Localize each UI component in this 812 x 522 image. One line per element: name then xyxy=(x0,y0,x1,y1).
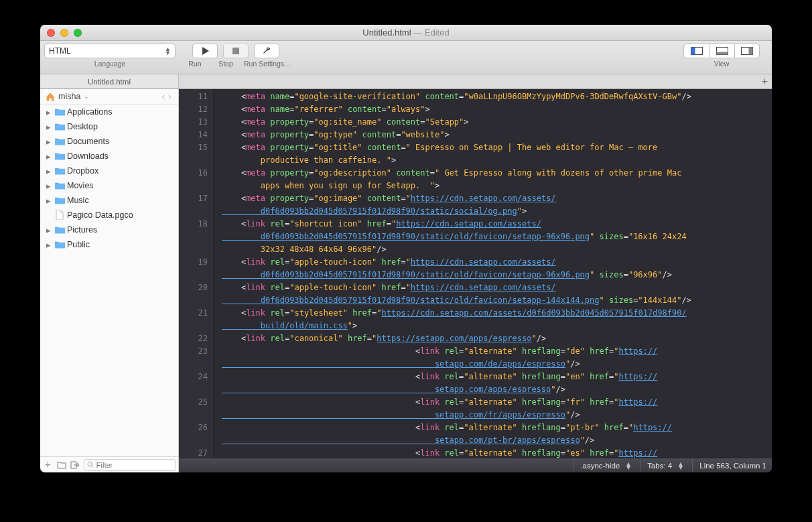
minimize-window-button[interactable] xyxy=(60,29,68,37)
disclosure-triangle-icon[interactable]: ▸ xyxy=(44,196,52,206)
filter-input[interactable] xyxy=(96,461,172,469)
run-settings-label: Run Settings... xyxy=(244,60,290,68)
add-button[interactable]: ＋ xyxy=(43,458,53,471)
sidebar-path-button[interactable]: misha ⌄ xyxy=(46,92,89,101)
editor: 1112131415161718192021222324252627 <meta… xyxy=(179,89,772,472)
disclosure-triangle-icon[interactable]: ▸ xyxy=(44,137,52,147)
titlebar: Untitled.html — Edited xyxy=(40,25,772,41)
sidebar-item-pagico-data.pgco[interactable]: Pagico Data.pgco xyxy=(40,208,178,222)
zoom-window-button[interactable] xyxy=(74,29,82,37)
search-icon xyxy=(87,461,94,468)
sidebar-item-label: Downloads xyxy=(67,151,109,161)
language-select[interactable]: HTML ▲▼ xyxy=(44,44,176,58)
disclosure-triangle-icon[interactable]: ▸ xyxy=(44,122,52,132)
folder-icon xyxy=(54,239,65,250)
new-folder-icon[interactable] xyxy=(57,461,66,469)
svg-rect-2 xyxy=(691,48,695,55)
new-tab-button[interactable]: + xyxy=(762,76,768,88)
panel-left-icon xyxy=(691,47,703,55)
sidebar-item-music[interactable]: ▸Music xyxy=(40,193,178,208)
filter-field[interactable] xyxy=(84,459,176,471)
language-label: Language xyxy=(94,60,126,68)
disclosure-triangle-icon[interactable]: ▸ xyxy=(44,107,52,117)
sidebar-item-label: Pagico Data.pgco xyxy=(67,210,133,220)
nav-forward-button[interactable]: › xyxy=(167,90,173,103)
view-right-panel-button[interactable] xyxy=(734,44,760,58)
sidebar-item-documents[interactable]: ▸Documents xyxy=(40,134,178,149)
tab-untitled[interactable]: Untitled.html xyxy=(40,74,179,88)
close-window-button[interactable] xyxy=(47,29,55,37)
app-window: Untitled.html — Edited HTML ▲▼ Language xyxy=(40,25,772,472)
chevron-down-icon: ⌄ xyxy=(84,93,89,100)
sidebar-item-label: Desktop xyxy=(67,122,98,131)
view-label: View xyxy=(714,60,730,68)
stop-icon xyxy=(232,48,239,54)
sidebar-item-label: Pictures xyxy=(67,225,97,235)
gutter: 1112131415161718192021222324252627 xyxy=(179,89,214,458)
window-title: Untitled.html — Edited xyxy=(362,27,449,38)
status-cursor: Line 563, Column 1 xyxy=(692,458,766,472)
folder-icon xyxy=(54,151,65,161)
run-button[interactable] xyxy=(192,44,218,58)
play-icon xyxy=(202,47,209,55)
home-icon xyxy=(46,92,55,101)
sidebar-item-label: Public xyxy=(67,240,90,249)
status-bar: .async-hide▴▾ Tabs: 4▴▾ Line 563, Column… xyxy=(179,458,772,472)
svg-point-7 xyxy=(88,462,92,466)
sidebar-header: misha ⌄ ‹ › xyxy=(40,89,178,105)
svg-rect-4 xyxy=(716,52,728,55)
sidebar-item-public[interactable]: ▸Public xyxy=(40,237,178,252)
sidebar-item-downloads[interactable]: ▸Downloads xyxy=(40,149,178,164)
sidebar-item-label: Dropbox xyxy=(67,166,98,176)
sidebar-item-dropbox[interactable]: ▸Dropbox xyxy=(40,164,178,178)
folder-icon xyxy=(54,107,65,117)
panel-bottom-icon xyxy=(716,47,728,55)
file-icon xyxy=(54,210,65,220)
open-in-icon[interactable] xyxy=(70,461,80,469)
disclosure-triangle-icon[interactable]: ▸ xyxy=(44,225,52,235)
run-label: Run xyxy=(182,60,208,68)
sidebar-item-label: Movies xyxy=(67,181,94,190)
folder-icon xyxy=(54,224,65,235)
disclosure-triangle-icon[interactable]: ▸ xyxy=(44,151,52,161)
code-area[interactable]: <meta name="google-site-verification" co… xyxy=(214,89,772,458)
folder-icon xyxy=(54,121,65,132)
nav-back-button[interactable]: ‹ xyxy=(160,90,166,103)
chevron-updown-icon: ▲▼ xyxy=(165,47,171,56)
view-left-panel-button[interactable] xyxy=(683,44,709,58)
disclosure-triangle-icon[interactable]: ▸ xyxy=(44,166,52,176)
svg-rect-6 xyxy=(749,48,753,55)
disclosure-triangle-icon[interactable]: ▸ xyxy=(44,240,52,250)
folder-icon xyxy=(54,180,65,191)
sidebar-item-label: Documents xyxy=(67,137,109,146)
svg-rect-0 xyxy=(232,48,239,54)
svg-line-8 xyxy=(91,466,92,467)
wrench-icon xyxy=(262,46,271,56)
stop-label: Stop xyxy=(213,60,239,68)
sidebar-item-pictures[interactable]: ▸Pictures xyxy=(40,222,178,237)
folder-icon xyxy=(54,195,65,206)
sidebar-item-label: Music xyxy=(67,196,89,205)
status-scope[interactable]: .async-hide▴▾ xyxy=(573,458,630,472)
disclosure-triangle-icon[interactable]: ▸ xyxy=(44,181,52,191)
view-bottom-panel-button[interactable] xyxy=(709,44,734,58)
folder-icon xyxy=(54,136,65,147)
sidebar-item-desktop[interactable]: ▸Desktop xyxy=(40,119,178,134)
panel-right-icon xyxy=(741,47,753,55)
stop-button[interactable] xyxy=(223,44,249,58)
sidebar-item-label: Applications xyxy=(67,107,112,117)
sidebar-item-movies[interactable]: ▸Movies xyxy=(40,178,178,193)
toolbar: HTML ▲▼ Language Run Stop Run Settin xyxy=(40,41,772,74)
tabbar: Untitled.html + xyxy=(40,74,772,89)
sidebar-item-applications[interactable]: ▸Applications xyxy=(40,105,178,119)
status-tabs[interactable]: Tabs: 4▴▾ xyxy=(640,458,683,472)
sidebar-footer: ＋ xyxy=(40,456,178,472)
run-settings-button[interactable] xyxy=(254,44,279,58)
sidebar: misha ⌄ ‹ › ▸Applications▸Desktop▸Docume… xyxy=(40,89,179,472)
folder-icon xyxy=(54,166,65,176)
